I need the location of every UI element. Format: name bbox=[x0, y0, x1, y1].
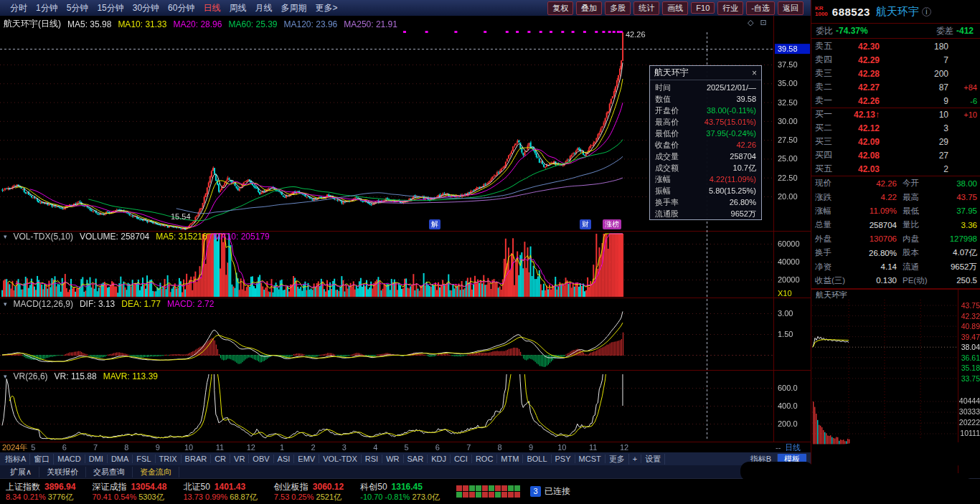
tool-menu-button[interactable]: -自选 bbox=[746, 1, 775, 15]
level-delta: +10 bbox=[948, 110, 977, 119]
connection-status[interactable]: 3 已连接 bbox=[530, 485, 570, 498]
diamond-icon[interactable]: ◇ bbox=[748, 18, 753, 27]
tool-menu-button[interactable]: 返回 bbox=[778, 1, 804, 15]
indicator-tab[interactable]: MCST bbox=[575, 455, 606, 463]
tool-menu-button[interactable]: 多股 bbox=[605, 1, 631, 15]
extension-tab[interactable]: 关联报价 bbox=[39, 467, 86, 477]
indicator-tab[interactable]: SAR bbox=[404, 455, 428, 463]
mini-price-label: 43.75 bbox=[958, 300, 980, 311]
indicator-tab[interactable]: CR bbox=[211, 455, 230, 463]
index-quote[interactable]: 科创501316.45 -10.70 -0.81% 273.0亿 bbox=[360, 482, 440, 502]
stat-label: 总量 bbox=[815, 219, 852, 230]
popup-row: 成交量 258704 bbox=[650, 151, 761, 162]
ask-row[interactable]: 卖一 42.26 9 -6 bbox=[811, 94, 980, 108]
stat-label: 量比 bbox=[897, 219, 934, 230]
ask-row[interactable]: 卖三 42.28 200 bbox=[811, 67, 980, 80]
index-quote[interactable]: 上证指数3896.94 8.34 0.21% 3776亿 bbox=[6, 482, 75, 502]
stats-row: 收益(三) 0.130 PE(动) 250.5 bbox=[811, 274, 980, 287]
indicator-tab[interactable]: BOLL bbox=[523, 455, 551, 463]
chevron-down-icon[interactable]: ▾ bbox=[4, 233, 7, 240]
indicator-tab[interactable]: EMV bbox=[294, 455, 319, 463]
indicator-tab[interactable]: 更多 bbox=[606, 454, 629, 465]
stat-label: 今开 bbox=[897, 178, 934, 189]
tool-menu-button[interactable]: 复权 bbox=[547, 1, 573, 15]
bid-row[interactable]: 买三 42.09 29 bbox=[811, 135, 980, 148]
indicator-tab[interactable]: CCI bbox=[451, 455, 472, 463]
indicator-tab[interactable]: VR bbox=[230, 455, 249, 463]
tool-menu-button[interactable]: 叠加 bbox=[576, 1, 602, 15]
popup-row: 最高价 43.75(15.01%) bbox=[650, 116, 761, 128]
indicator-tab[interactable]: DMI bbox=[85, 455, 108, 463]
popup-row-label: 涨幅 bbox=[655, 173, 671, 185]
ask-row[interactable]: 卖二 42.27 87 +84 bbox=[811, 80, 980, 94]
bid-row[interactable]: 买二 42.12 3 bbox=[811, 121, 980, 135]
indicator-tab[interactable]: KDJ bbox=[428, 455, 451, 463]
period-menu-item[interactable]: 多周期 bbox=[276, 2, 311, 14]
extension-tab[interactable]: 扩展∧ bbox=[3, 467, 39, 477]
index-line1: 北证501401.43 bbox=[183, 482, 257, 492]
period-menu-item[interactable]: 周线 bbox=[225, 2, 250, 14]
event-badge-zhangbang[interactable]: 涨榜 bbox=[603, 219, 621, 229]
period-indicator[interactable]: 日线 bbox=[785, 442, 801, 453]
stats-row: 涨跌 4.22 最高 43.75 bbox=[811, 190, 980, 204]
period-menu-item[interactable]: 更多> bbox=[311, 2, 341, 14]
mini-chart-title: 航天环宇 bbox=[816, 290, 847, 300]
kline-info-popup[interactable]: 航天环宇 × 时间 2025/12/01/— 数值 39.58 开盘价 38.0… bbox=[649, 65, 762, 220]
indicator-tab[interactable]: WR bbox=[382, 455, 403, 463]
popup-title-bar[interactable]: 航天环宇 × bbox=[650, 66, 761, 80]
period-menu-item[interactable]: 30分钟 bbox=[128, 2, 164, 14]
period-menu-item[interactable]: 分时 bbox=[6, 2, 32, 14]
close-icon[interactable]: × bbox=[752, 68, 757, 78]
bid-row[interactable]: 买一 42.13↑ 10 +10 bbox=[811, 108, 980, 121]
period-menu-item[interactable]: 60分钟 bbox=[164, 2, 199, 14]
period-menu-item[interactable]: 1分钟 bbox=[32, 2, 62, 14]
ask-row[interactable]: 卖五 42.30 180 bbox=[811, 39, 980, 53]
level-name: 卖四 bbox=[815, 54, 838, 66]
tool-menu-button[interactable]: 行业 bbox=[717, 1, 743, 15]
indicator-tab[interactable]: OBV bbox=[249, 455, 273, 463]
period-menu-item[interactable]: 月线 bbox=[250, 2, 276, 14]
stat-label: 外盘 bbox=[815, 234, 852, 244]
extension-tab[interactable]: 资金流向 bbox=[133, 467, 179, 477]
indicator-tab[interactable]: FSL bbox=[133, 455, 155, 463]
period-menu-item[interactable]: 15分钟 bbox=[93, 2, 128, 14]
indicator-tab[interactable]: TRIX bbox=[156, 455, 182, 463]
bid-row[interactable]: 买四 42.08 27 bbox=[811, 148, 980, 162]
index-quote[interactable]: 北证501401.43 13.73 0.99% 68.87亿 bbox=[183, 482, 257, 502]
period-menu-item[interactable]: 日线 bbox=[199, 2, 225, 14]
window-box-icon[interactable]: ⊡ bbox=[760, 18, 766, 27]
period-menu-item[interactable]: 5分钟 bbox=[62, 2, 93, 14]
popup-row-label: 开盘价 bbox=[655, 105, 679, 116]
index-quote[interactable]: 深证成指13054.48 70.41 0.54% 5303亿 bbox=[92, 482, 166, 502]
indicator-tab[interactable]: RSI bbox=[362, 455, 382, 463]
weibi-value: -74.37% bbox=[836, 26, 868, 36]
level-volume: 2 bbox=[880, 164, 948, 174]
indicator-tab[interactable]: ASI bbox=[274, 455, 295, 463]
indicator-tab[interactable]: MACD bbox=[54, 455, 85, 463]
chevron-down-icon[interactable]: ▾ bbox=[4, 300, 7, 308]
chevron-down-icon[interactable]: ▾ bbox=[4, 373, 7, 380]
tool-menu-button[interactable]: 画线 bbox=[662, 1, 688, 15]
tool-menu-button[interactable]: F10 bbox=[691, 2, 715, 14]
indicator-tab[interactable]: DMA bbox=[108, 455, 133, 463]
ask-row[interactable]: 卖四 42.29 7 bbox=[811, 53, 980, 67]
indicator-tab[interactable]: + bbox=[629, 455, 641, 463]
indicator-tab[interactable]: 窗口 bbox=[30, 454, 54, 465]
indicator-tab[interactable]: PSY bbox=[552, 455, 575, 463]
tool-menu-button[interactable]: 统计 bbox=[633, 1, 659, 15]
index-value: 3896.94 bbox=[44, 482, 75, 492]
index-quote[interactable]: 创业板指3060.12 7.53 0.25% 2521亿 bbox=[274, 482, 344, 502]
indicator-tab[interactable]: MTM bbox=[497, 455, 523, 463]
extension-tab[interactable]: 交易查询 bbox=[86, 467, 133, 477]
event-badge-cai[interactable]: 财 bbox=[580, 219, 591, 229]
event-badge-jie[interactable]: 解 bbox=[429, 219, 440, 229]
popup-row-value: 2025/12/01/— bbox=[671, 82, 756, 93]
indicator-tab[interactable]: 指标A bbox=[1, 454, 30, 465]
indicator-tab[interactable]: BRAR bbox=[182, 455, 212, 463]
indicator-tab[interactable]: 设置 bbox=[641, 454, 665, 465]
index-value: 1401.43 bbox=[215, 482, 245, 492]
indicator-tab[interactable]: ROC bbox=[472, 455, 497, 463]
info-icon[interactable]: i bbox=[922, 7, 931, 16]
bid-row[interactable]: 买五 42.03 2 bbox=[811, 162, 980, 176]
indicator-tab[interactable]: VOL-TDX bbox=[319, 455, 362, 463]
